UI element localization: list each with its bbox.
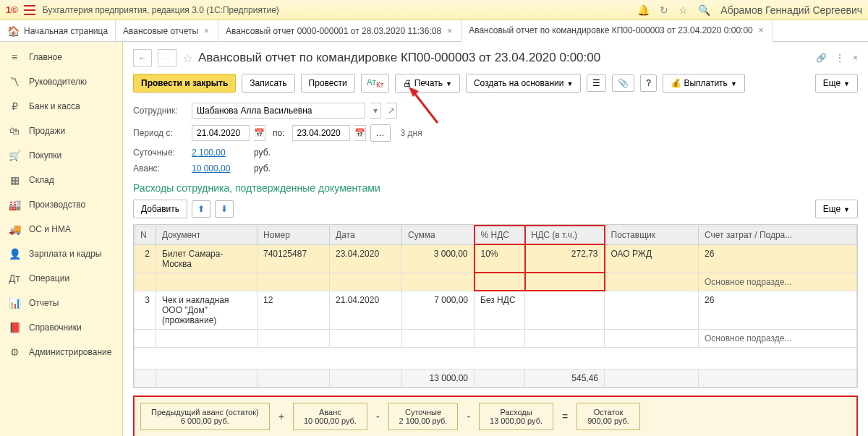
sidebar-os[interactable]: 🚚ОС и НМА xyxy=(0,217,122,241)
topbar: 1© Бухгалтерия предприятия, редакция 3.0… xyxy=(0,0,868,20)
tab-report-1[interactable]: Авансовый отчет 0000-000001 от 28.03.202… xyxy=(218,20,461,41)
logo-1c: 1© xyxy=(6,4,18,15)
post-close-button[interactable]: Провести и закрыть xyxy=(133,74,236,93)
pay-button[interactable]: 💰 Выплатить▼ xyxy=(663,74,745,93)
forward-button[interactable]: → xyxy=(158,49,176,67)
date-from-field[interactable] xyxy=(192,125,250,141)
home-icon: 🏠 xyxy=(7,25,20,37)
structure-button[interactable]: ☰ xyxy=(587,74,606,92)
close-icon[interactable]: × xyxy=(203,26,210,36)
rub-label: руб. xyxy=(254,148,271,158)
summary-prev: Предыдущий аванс (остаток) 6 000,00 руб. xyxy=(140,403,270,430)
sidebar: ≡Главное 〽Руководителю ₽Банк и касса 🛍Пр… xyxy=(0,42,123,436)
col-num[interactable]: Номер xyxy=(258,226,330,244)
section-title: Расходы сотрудника, подтвержденные докум… xyxy=(123,176,868,197)
bell-icon[interactable]: 🔔 xyxy=(637,4,650,16)
more-button[interactable]: Еще▼ xyxy=(815,200,858,218)
doc-title: Авансовый отчет по командировке КП00-000… xyxy=(198,51,810,65)
sidebar-ops[interactable]: ДтОперации xyxy=(0,266,122,291)
dt-kt-button[interactable]: АтКт xyxy=(361,74,390,93)
money-icon: ₽ xyxy=(9,101,20,112)
table-row-sub[interactable]: Основное подразде... xyxy=(135,273,857,291)
sidebar-stock[interactable]: ▦Склад xyxy=(0,168,122,192)
menu-icon[interactable] xyxy=(24,5,35,15)
tab-advance-reports[interactable]: Авансовые отчеты × xyxy=(116,20,218,41)
search-icon[interactable]: 🔍 xyxy=(698,4,710,16)
perdiem-value[interactable]: 2 100,00 xyxy=(192,148,250,158)
kebab-icon[interactable]: ⋮ xyxy=(835,53,844,63)
rub-label: руб. xyxy=(254,163,271,174)
help-button[interactable]: ? xyxy=(640,74,657,92)
col-date[interactable]: Дата xyxy=(330,226,402,244)
plus-icon: + xyxy=(276,411,287,422)
table-row[interactable]: 3 Чек и накладная ООО "Дом" (проживание)… xyxy=(135,291,857,329)
favorite-icon[interactable]: ☆ xyxy=(182,51,192,65)
back-button[interactable]: ← xyxy=(133,49,152,67)
gear-icon: ⚙ xyxy=(9,346,20,358)
close-icon[interactable]: × xyxy=(446,26,454,36)
chart-icon: 〽 xyxy=(9,76,20,87)
date-to-field[interactable] xyxy=(292,125,350,141)
history-icon[interactable]: ↻ xyxy=(660,4,668,16)
col-sum[interactable]: Сумма xyxy=(402,226,475,244)
tab-label: Авансовый отчет 0000-000001 от 28.03.202… xyxy=(226,26,441,36)
perdiem-label: Суточные: xyxy=(133,148,187,158)
calendar-icon[interactable]: 📅 xyxy=(354,125,366,141)
truck-icon: 🚚 xyxy=(9,223,20,235)
print-button[interactable]: 🖨 Печать▼ xyxy=(395,74,460,93)
more-button[interactable]: Еще▼ xyxy=(815,74,858,93)
employee-field[interactable] xyxy=(192,103,365,119)
star-icon[interactable]: ☆ xyxy=(678,4,688,16)
sidebar-bank[interactable]: ₽Банк и касса xyxy=(0,94,122,119)
table-row[interactable]: 2 Билет Самара-Москва 740125487 23.04.20… xyxy=(135,244,857,273)
open-icon[interactable]: ↗ xyxy=(386,103,397,119)
sidebar-refs[interactable]: 📕Справочники xyxy=(0,315,122,340)
table-row-sub[interactable]: Основное подразде... xyxy=(135,329,857,347)
dropdown-icon[interactable]: ▾ xyxy=(370,103,381,119)
book-icon: 📕 xyxy=(9,322,20,333)
add-button[interactable]: Добавить xyxy=(133,200,187,218)
app-title: Бухгалтерия предприятия, редакция 3.0 (1… xyxy=(43,5,638,15)
factory-icon: 🏭 xyxy=(9,199,20,210)
summary-expense: Расходы 13 000,00 руб. xyxy=(479,403,553,430)
cart-icon: 🛒 xyxy=(9,150,20,161)
ledger-icon: Дт xyxy=(9,273,20,284)
tabs-row: 🏠 Начальная страница Авансовые отчеты × … xyxy=(0,20,868,42)
calendar-icon[interactable]: 📅 xyxy=(254,125,265,141)
col-vat[interactable]: НДС (в т.ч.) xyxy=(525,226,605,244)
close-icon[interactable]: × xyxy=(853,53,858,63)
create-based-button[interactable]: Создать на основании▼ xyxy=(466,74,581,93)
link-icon[interactable]: 🔗 xyxy=(816,53,827,63)
content: ← → ☆ Авансовый отчет по командировке КП… xyxy=(123,42,868,436)
sidebar-manager[interactable]: 〽Руководителю xyxy=(0,69,122,94)
col-vat-pct[interactable]: % НДС xyxy=(475,226,525,244)
sidebar-admin[interactable]: ⚙Администрирование xyxy=(0,340,122,364)
summary-perdiem: Суточные 2 100,00 руб. xyxy=(388,403,459,430)
sidebar-main[interactable]: ≡Главное xyxy=(0,45,122,69)
save-button[interactable]: Записать xyxy=(242,74,294,93)
sidebar-buy[interactable]: 🛒Покупки xyxy=(0,143,122,168)
menu-icon: ≡ xyxy=(9,51,20,63)
advance-value[interactable]: 10 000,00 xyxy=(192,163,250,174)
tab-report-current[interactable]: Авансовый отчет по командировке КП00-000… xyxy=(461,20,773,42)
sidebar-prod[interactable]: 🏭Производство xyxy=(0,192,122,217)
minus-icon: - xyxy=(373,411,383,422)
expand-button[interactable]: … xyxy=(370,124,391,142)
col-supplier[interactable]: Поставщик xyxy=(605,226,699,244)
sidebar-sales[interactable]: 🛍Продажи xyxy=(0,119,122,143)
move-up-button[interactable]: ⬆ xyxy=(192,200,210,218)
tab-home[interactable]: 🏠 Начальная страница xyxy=(3,20,116,41)
attach-button[interactable]: 📎 xyxy=(612,74,634,92)
post-button[interactable]: Провести xyxy=(301,74,355,93)
close-icon[interactable]: × xyxy=(757,25,765,35)
tab-label: Авансовый отчет по командировке КП00-000… xyxy=(469,25,753,35)
sidebar-salary[interactable]: 👤Зарплата и кадры xyxy=(0,241,122,266)
minus-icon: - xyxy=(464,411,473,422)
summary-remain: Остаток 900,00 руб. xyxy=(576,403,640,430)
col-account[interactable]: Счет затрат / Подра... xyxy=(699,226,857,244)
col-n[interactable]: N xyxy=(135,226,156,244)
sidebar-reports[interactable]: 📊Отчеты xyxy=(0,291,122,315)
col-doc[interactable]: Документ xyxy=(156,226,258,244)
username[interactable]: Абрамов Геннадий Сергеевич xyxy=(720,4,862,16)
move-down-button[interactable]: ⬇ xyxy=(215,200,234,218)
